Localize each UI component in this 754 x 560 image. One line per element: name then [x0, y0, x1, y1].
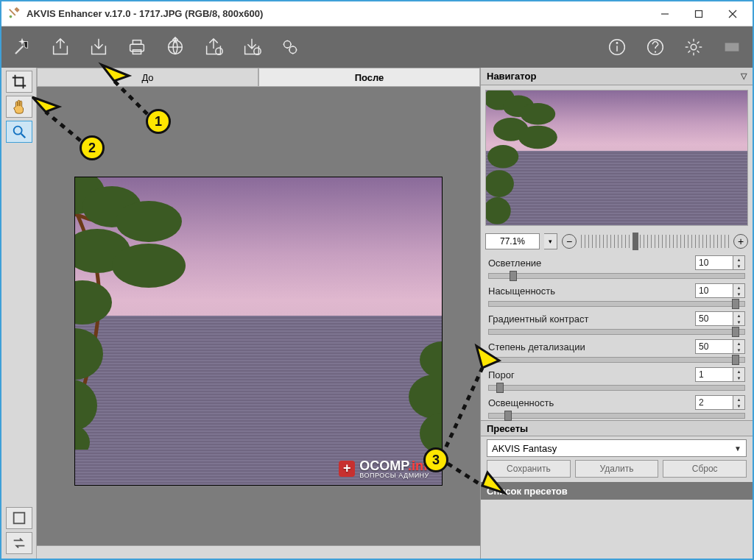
view-tabs: До После: [37, 68, 480, 87]
param-label: Градиентный контраст: [488, 313, 589, 325]
svg-point-38: [518, 126, 557, 149]
plus-icon: +: [339, 461, 355, 477]
preset-save-button[interactable]: Сохранить: [487, 460, 571, 478]
svg-rect-6: [133, 40, 141, 45]
tab-after[interactable]: После: [258, 68, 480, 87]
compare-tool[interactable]: [6, 507, 32, 529]
zoom-bar: 77.1% ▾ − +: [481, 230, 753, 252]
help-icon[interactable]: [639, 31, 672, 63]
preset-list-header: Список пресетов: [481, 482, 753, 500]
close-button[interactable]: [716, 4, 750, 24]
param-value[interactable]: 2: [695, 395, 733, 410]
minimize-button[interactable]: [648, 4, 682, 24]
horizontal-scrollbar[interactable]: [37, 545, 480, 559]
param-slider[interactable]: [488, 273, 745, 279]
param-row-4: Порог1▲▼: [481, 364, 753, 392]
svg-rect-2: [696, 10, 702, 17]
param-label: Насыщенность: [488, 286, 555, 297]
svg-point-31: [420, 341, 443, 378]
param-row-1: Насыщенность10▲▼: [481, 280, 753, 308]
param-value[interactable]: 50: [695, 339, 733, 354]
maximize-button[interactable]: [682, 4, 716, 24]
zoom-value[interactable]: 77.1%: [485, 233, 540, 249]
svg-point-36: [521, 103, 555, 124]
canvas-area[interactable]: + OCOMP.info ВОПРОСЫ АДМИНУ: [37, 87, 480, 545]
param-slider[interactable]: [488, 385, 745, 391]
navigator-thumbnail[interactable]: [485, 90, 748, 226]
svg-rect-7: [133, 50, 141, 54]
preset-select[interactable]: AKVIS Fantasy ▼: [487, 439, 747, 457]
param-value[interactable]: 10: [695, 255, 733, 270]
crop-tool[interactable]: [6, 71, 32, 93]
hand-tool[interactable]: [6, 96, 32, 118]
navigator-title: Навигатор: [487, 71, 536, 82]
export-icon[interactable]: [236, 31, 268, 63]
presets-header: Пресеты: [481, 420, 753, 436]
watermark: + OCOMP.info ВОПРОСЫ АДМИНУ: [339, 458, 436, 479]
open-file-icon[interactable]: [44, 31, 77, 63]
svg-point-11: [284, 41, 291, 48]
svg-point-17: [691, 44, 697, 50]
zoom-out-button[interactable]: −: [562, 234, 577, 249]
param-label: Степень детализации: [488, 341, 585, 352]
svg-point-28: [74, 328, 103, 380]
param-label: Осветление: [488, 258, 541, 269]
dropdown-icon: ▼: [734, 444, 741, 453]
preset-selected: AKVIS Fantasy: [492, 443, 557, 454]
print-icon[interactable]: [121, 31, 153, 63]
swap-tool[interactable]: [6, 532, 32, 554]
batch-icon[interactable]: [274, 31, 306, 63]
param-spinner[interactable]: ▲▼: [733, 283, 745, 298]
zoom-in-button[interactable]: +: [733, 234, 748, 249]
svg-point-41: [485, 197, 511, 224]
param-row-3: Степень детализации50▲▼: [481, 336, 753, 364]
collapse-icon[interactable]: ▽: [741, 71, 747, 81]
param-slider[interactable]: [488, 357, 745, 363]
svg-point-26: [112, 244, 186, 288]
wand-icon[interactable]: [6, 31, 38, 63]
zoom-tool[interactable]: [6, 121, 32, 143]
svg-rect-18: [725, 43, 739, 51]
param-slider[interactable]: [488, 413, 745, 419]
preset-delete-button[interactable]: Удалить: [575, 460, 659, 478]
side-toolbar: [1, 68, 37, 559]
import-icon[interactable]: [197, 31, 230, 63]
svg-point-29: [74, 380, 97, 431]
center-panel: До После: [37, 68, 480, 559]
window-title: AKVIS Enhancer v.17.0 - 1717.JPG (RGB/8,…: [27, 8, 263, 19]
param-slider[interactable]: [488, 329, 745, 335]
param-value[interactable]: 1: [695, 367, 733, 382]
tab-before[interactable]: До: [37, 68, 258, 87]
param-spinner[interactable]: ▲▼: [733, 367, 745, 382]
share-icon[interactable]: [159, 31, 191, 63]
main-toolbar: [1, 26, 753, 68]
svg-point-27: [74, 280, 112, 325]
param-spinner[interactable]: ▲▼: [733, 311, 745, 326]
preset-reset-button[interactable]: Сброс: [663, 460, 747, 478]
param-label: Освещенность: [488, 397, 554, 408]
app-icon: [7, 7, 21, 21]
svg-rect-21: [13, 513, 24, 524]
param-spinner[interactable]: ▲▼: [733, 395, 745, 410]
zoom-slider[interactable]: [581, 235, 729, 248]
image-canvas: + OCOMP.info ВОПРОСЫ АДМИНУ: [74, 177, 443, 486]
svg-point-12: [289, 46, 296, 53]
info-icon[interactable]: [601, 31, 633, 63]
svg-point-33: [420, 413, 443, 454]
param-value[interactable]: 50: [695, 311, 733, 326]
panel-toggle-icon[interactable]: [716, 31, 748, 63]
svg-point-39: [487, 145, 518, 169]
param-spinner[interactable]: ▲▼: [733, 339, 745, 354]
svg-point-0: [10, 15, 13, 18]
app-window: AKVIS Enhancer v.17.0 - 1717.JPG (RGB/8,…: [0, 0, 754, 560]
save-file-icon[interactable]: [82, 31, 115, 63]
parameters-panel: Осветление10▲▼Насыщенность10▲▼Градиентны…: [481, 252, 753, 420]
zoom-dropdown[interactable]: ▾: [544, 233, 557, 249]
param-value[interactable]: 10: [695, 283, 733, 298]
param-spinner[interactable]: ▲▼: [733, 255, 745, 270]
svg-line-20: [21, 134, 25, 138]
settings-icon[interactable]: [677, 31, 710, 63]
param-slider[interactable]: [488, 301, 745, 307]
svg-point-16: [655, 51, 656, 52]
param-label: Порог: [488, 369, 515, 380]
